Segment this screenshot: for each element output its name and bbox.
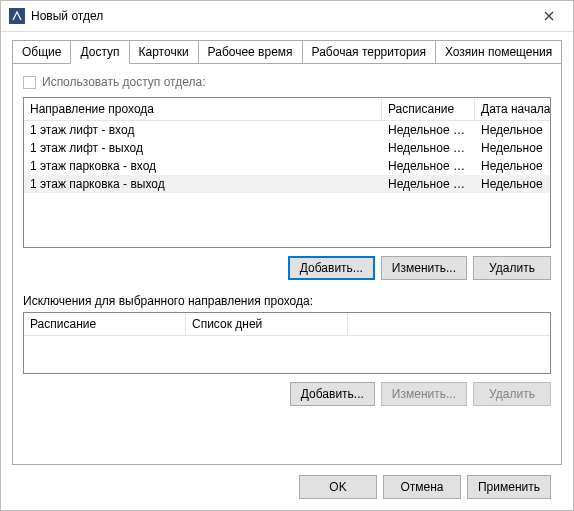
cancel-button[interactable]: Отмена xyxy=(383,475,461,499)
tab-panel-access: Использовать доступ отдела: Направление … xyxy=(12,63,562,465)
directions-edit-button[interactable]: Изменить... xyxy=(381,256,467,280)
table-row[interactable]: 1 этаж лифт - вход Недельное 8:0... Неде… xyxy=(24,121,550,139)
window-title: Новый отдел xyxy=(31,9,527,23)
col-schedule[interactable]: Расписание xyxy=(382,98,475,120)
exceptions-grid-body xyxy=(24,336,550,373)
directions-button-row: Добавить... Изменить... Удалить xyxy=(23,256,551,280)
tab-access[interactable]: Доступ xyxy=(70,40,129,64)
tab-general[interactable]: Общие xyxy=(12,40,71,63)
col-startdate[interactable]: Дата начала xyxy=(475,98,550,120)
close-icon xyxy=(544,11,554,21)
exceptions-delete-button: Удалить xyxy=(473,382,551,406)
exceptions-grid-header: Расписание Список дней xyxy=(24,313,550,336)
directions-add-button[interactable]: Добавить... xyxy=(288,256,375,280)
col-except-spacer xyxy=(348,313,550,335)
table-row[interactable]: 1 этаж лифт - выход Недельное 8:0... Нед… xyxy=(24,139,550,157)
tab-worktime[interactable]: Рабочее время xyxy=(198,40,303,63)
table-row[interactable]: 1 этаж парковка - выход Недельное 8:0...… xyxy=(24,175,550,193)
exceptions-add-button[interactable]: Добавить... xyxy=(290,382,375,406)
ok-button[interactable]: OK xyxy=(299,475,377,499)
directions-grid-header: Направление прохода Расписание Дата нача… xyxy=(24,98,550,121)
tab-territory[interactable]: Рабочая территория xyxy=(302,40,436,63)
app-icon xyxy=(9,8,25,24)
dialog-button-row: OK Отмена Применить xyxy=(12,465,562,510)
titlebar: Новый отдел xyxy=(1,1,573,32)
use-dept-access-label: Использовать доступ отдела: xyxy=(42,75,206,89)
col-direction[interactable]: Направление прохода xyxy=(24,98,382,120)
col-except-days[interactable]: Список дней xyxy=(186,313,348,335)
directions-grid-body: 1 этаж лифт - вход Недельное 8:0... Неде… xyxy=(24,121,550,247)
use-dept-access-row[interactable]: Использовать доступ отдела: xyxy=(23,75,551,89)
directions-delete-button[interactable]: Удалить xyxy=(473,256,551,280)
table-row[interactable]: 1 этаж парковка - вход Недельное 8:0... … xyxy=(24,157,550,175)
exceptions-edit-button: Изменить... xyxy=(381,382,467,406)
tab-cards[interactable]: Карточки xyxy=(129,40,199,63)
col-except-schedule[interactable]: Расписание xyxy=(24,313,186,335)
use-dept-access-checkbox[interactable] xyxy=(23,76,36,89)
tab-strip: Общие Доступ Карточки Рабочее время Рабо… xyxy=(12,40,562,63)
directions-grid[interactable]: Направление прохода Расписание Дата нача… xyxy=(23,97,551,248)
close-button[interactable] xyxy=(527,2,571,30)
tab-owner[interactable]: Хозяин помещения xyxy=(435,40,562,63)
exceptions-grid[interactable]: Расписание Список дней xyxy=(23,312,551,374)
exceptions-label: Исключения для выбранного направления пр… xyxy=(23,294,551,308)
exceptions-button-row: Добавить... Изменить... Удалить xyxy=(23,382,551,406)
apply-button[interactable]: Применить xyxy=(467,475,551,499)
